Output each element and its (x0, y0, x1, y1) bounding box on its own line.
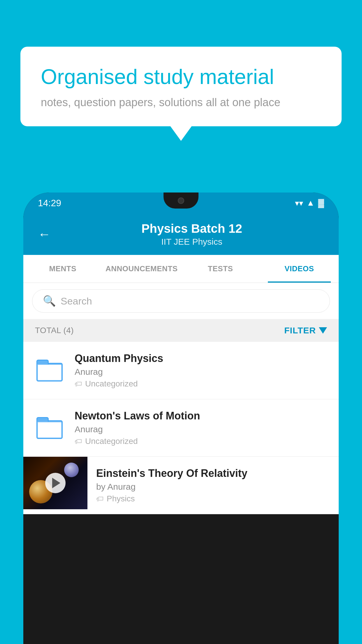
list-item[interactable]: Newton's Laws of Motion Anurag 🏷 Uncateg… (23, 399, 339, 457)
video-info: Quantum Physics Anurag 🏷 Uncategorized (75, 352, 327, 388)
tag-icon: 🏷 (96, 494, 104, 503)
subtext: notes, question papers, solutions all at… (41, 96, 321, 109)
phone-screen: 🔍 Search TOTAL (4) FILTER (23, 283, 339, 514)
folder-icon-container (35, 356, 64, 385)
video-title: Newton's Laws of Motion (75, 410, 327, 422)
play-icon (52, 478, 60, 488)
folder-icon (36, 360, 63, 382)
filter-button[interactable]: FILTER (284, 326, 327, 335)
video-tag: 🏷 Uncategorized (75, 379, 327, 388)
tab-announcements[interactable]: ANNOUNCEMENTS (102, 255, 181, 283)
video-author: Anurag (75, 424, 327, 434)
video-author: by Anurag (96, 482, 330, 492)
header-title-block: Physics Batch 12 IIT JEE Physics (59, 222, 324, 247)
tag-icon: 🏷 (75, 437, 82, 446)
list-item[interactable]: Quantum Physics Anurag 🏷 Uncategorized (23, 342, 339, 399)
back-button[interactable]: ← (38, 227, 51, 242)
speech-bubble-container: Organised study material notes, question… (20, 47, 342, 126)
filter-bar: TOTAL (4) FILTER (23, 319, 339, 342)
search-bar[interactable]: 🔍 Search (32, 289, 330, 313)
batch-title: Physics Batch 12 (59, 222, 324, 236)
app-header: ← Physics Batch 12 IIT JEE Physics (23, 214, 339, 255)
camera (178, 197, 184, 204)
status-icons: ▾▾ ▲ ▓ (295, 198, 324, 208)
filter-icon (319, 327, 327, 334)
batch-subtitle: IIT JEE Physics (59, 237, 324, 247)
signal-icon: ▲ (307, 198, 315, 208)
search-input[interactable]: Search (61, 295, 92, 307)
phone-frame: 14:29 ▾▾ ▲ ▓ ← Physics Batch 12 IIT JEE … (23, 192, 339, 644)
tabs-bar: MENTS ANNOUNCEMENTS TESTS VIDEOS (23, 255, 339, 283)
video-title: Einstein's Theory Of Relativity (96, 467, 330, 480)
folder-icon (36, 417, 63, 439)
video-info: Newton's Laws of Motion Anurag 🏷 Uncateg… (75, 410, 327, 446)
folder-icon-container (35, 413, 64, 442)
search-bar-container: 🔍 Search (23, 283, 339, 319)
notch (164, 192, 198, 209)
tab-videos[interactable]: VIDEOS (260, 255, 339, 283)
headline: Organised study material (41, 64, 321, 89)
video-author: Anurag (75, 367, 327, 377)
video-thumbnail (23, 457, 87, 509)
play-button[interactable] (45, 473, 66, 493)
video-tag: 🏷 Physics (96, 494, 330, 503)
planet2 (64, 463, 79, 477)
speech-bubble: Organised study material notes, question… (20, 47, 342, 126)
wifi-icon: ▾▾ (295, 198, 303, 208)
video-info: Einstein's Theory Of Relativity by Anura… (87, 457, 339, 514)
status-bar: 14:29 ▾▾ ▲ ▓ (23, 192, 339, 214)
video-tag: 🏷 Uncategorized (75, 437, 327, 446)
tab-tests[interactable]: TESTS (181, 255, 260, 283)
status-time: 14:29 (38, 198, 61, 209)
video-title: Quantum Physics (75, 352, 327, 365)
total-count: TOTAL (4) (35, 326, 74, 335)
battery-icon: ▓ (318, 198, 324, 208)
tag-icon: 🏷 (75, 379, 82, 388)
search-icon: 🔍 (43, 295, 56, 307)
list-item[interactable]: Einstein's Theory Of Relativity by Anura… (23, 457, 339, 514)
tab-ments[interactable]: MENTS (23, 255, 102, 283)
video-list: Quantum Physics Anurag 🏷 Uncategorized (23, 342, 339, 514)
